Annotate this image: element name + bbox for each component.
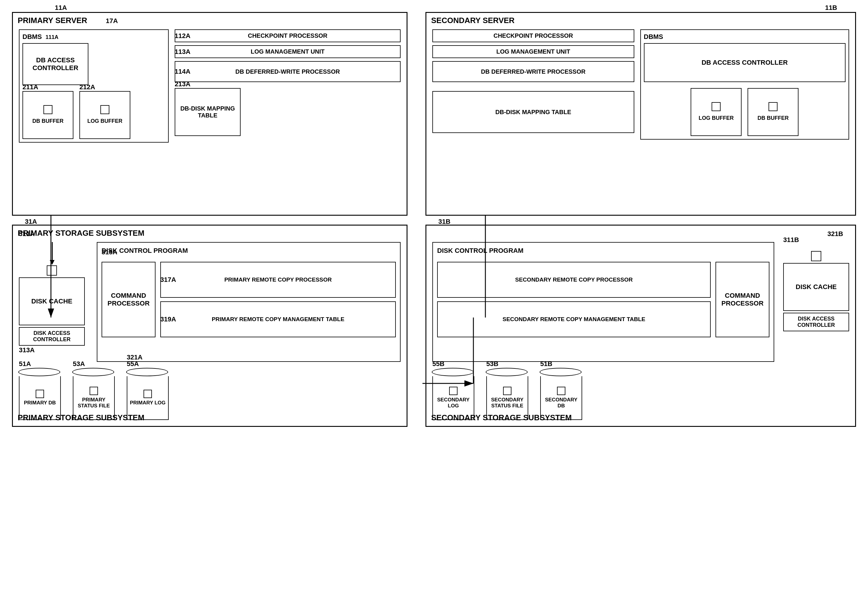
top-section: 11A PRIMARY SERVER 17A DBMS 111A DB ACCE… bbox=[12, 12, 856, 216]
cyl-top-ellipse-db bbox=[18, 368, 60, 376]
primary-storage-title: PRIMARY STORAGE SUBSYSTEM bbox=[18, 228, 145, 238]
log-buffer-secondary: LOG BUFFER bbox=[691, 88, 741, 136]
command-processor-secondary: COMMAND PROCESSOR bbox=[716, 262, 769, 337]
log-management-primary: LOG MANAGEMENT UNIT bbox=[175, 45, 401, 58]
db-buffer-sq-secondary bbox=[769, 102, 778, 111]
db-access-controller-secondary: DB ACCESS CONTROLLER bbox=[644, 43, 846, 82]
secondary-db-ref: 51B bbox=[540, 360, 552, 368]
db-buffer-primary: DB BUFFER bbox=[22, 91, 74, 139]
secondary-server-box: 11B SECONDARY SERVER CHECKPOINT PROCESSO… bbox=[425, 12, 856, 216]
secondary-server-inner: CHECKPOINT PROCESSOR LOG MANAGEMENT UNIT… bbox=[433, 29, 849, 140]
log-buffer-ref: 212A bbox=[80, 83, 95, 91]
primary-server-inner: DBMS 111A DB ACCESS CONTROLLER 211A DB B… bbox=[19, 29, 401, 143]
secondary-status-ref: 53B bbox=[486, 360, 498, 368]
dac-ref-313a: 313A bbox=[19, 346, 35, 354]
cyl-top-sec-db bbox=[540, 368, 582, 376]
remote-copy-area-secondary: 317B SECONDARY REMOTE COPY PROCESSOR 319… bbox=[437, 262, 711, 337]
primary-storage-box: 31A PRIMARY STORAGE SUBSYSTEM 311A DISK … bbox=[12, 225, 407, 427]
dbms-label: DBMS 111A bbox=[22, 33, 165, 41]
cyl-sq-sec-db bbox=[557, 387, 565, 395]
disk-control-program-secondary: DISK CONTROL PROGRAM 317B SECONDARY REMO… bbox=[433, 242, 774, 362]
cylinder-secondary-db: 51B SECONDARY DB bbox=[540, 368, 582, 420]
log-buffer-primary: LOG BUFFER bbox=[80, 91, 130, 139]
bottom-section: 31A PRIMARY STORAGE SUBSYSTEM 311A DISK … bbox=[12, 225, 856, 427]
checkpoint-ref: 112A bbox=[175, 32, 190, 40]
arrow-down-cache bbox=[52, 242, 53, 260]
prc-ref: 317A bbox=[160, 276, 176, 284]
cyl-inner-sq-status bbox=[90, 387, 98, 395]
checkpoint-processor-secondary: CHECKPOINT PROCESSOR bbox=[433, 29, 634, 42]
primary-server-title: PRIMARY SERVER bbox=[18, 16, 87, 25]
dcp-ref-315a: 315A bbox=[102, 248, 117, 256]
sec-cache-small-sq bbox=[811, 251, 821, 261]
primary-log-ref: 55A bbox=[127, 360, 139, 368]
log-buffer-sq-secondary bbox=[712, 102, 720, 111]
disk-control-program-primary: DISK CONTROL PROGRAM 315A COMMAND PROCES… bbox=[97, 242, 401, 362]
secondary-remote-copy-processor: SECONDARY REMOTE COPY PROCESSOR bbox=[437, 262, 711, 298]
db-buffer-ref: 211A bbox=[22, 83, 38, 91]
primary-server-ref: 11A bbox=[55, 4, 67, 12]
stacked-boxes-secondary: CHECKPOINT PROCESSOR LOG MANAGEMENT UNIT… bbox=[433, 29, 634, 82]
cyl-top-sec-log bbox=[432, 368, 474, 376]
primary-cache-area: 311A DISK CACHE DISK ACCESS CONTROLLER 3… bbox=[19, 242, 85, 354]
primary-remote-copy-processor: PRIMARY REMOTE COPY PROCESSOR bbox=[160, 262, 396, 298]
sec-copy-ref: 321B bbox=[827, 230, 843, 238]
db-disk-mapping-primary: DB-DISK MAPPING TABLE bbox=[175, 88, 241, 136]
primary-storage-ref: 31A bbox=[25, 218, 37, 225]
cylinder-secondary-status: 53B SECONDARY STATUS FILE bbox=[486, 368, 528, 420]
secondary-cache-area: 321B 311B DISK CACHE DISK ACCESS CONTROL… bbox=[783, 242, 849, 362]
dcp-inner-secondary: 317B SECONDARY REMOTE COPY PROCESSOR 319… bbox=[437, 262, 769, 337]
cylinders-row-primary: 51A PRIMARY DB 53A bbox=[19, 368, 401, 420]
secondary-server-title: SECONDARY SERVER bbox=[431, 16, 514, 25]
dbms-block: DBMS 111A DB ACCESS CONTROLLER 211A DB B… bbox=[19, 29, 169, 143]
db-disk-map-ref: 213A bbox=[175, 80, 190, 88]
dbms-ref-17a: 17A bbox=[106, 17, 118, 25]
dcp-inner-primary: COMMAND PROCESSOR PRIMARY REMOTE COPY PR… bbox=[102, 262, 396, 337]
dbms-inner-ref: 111A bbox=[46, 34, 58, 40]
log-buffer-small-sq bbox=[100, 105, 109, 114]
cylinder-primary-log: 321A 55A PRIMARY LOG bbox=[127, 368, 169, 420]
primary-db-ref: 51A bbox=[19, 360, 31, 368]
buffer-row-secondary: LOG BUFFER DB BUFFER bbox=[644, 88, 846, 136]
cyl-top-ellipse-log bbox=[126, 368, 168, 376]
disk-cache-small-sq bbox=[47, 265, 57, 276]
diagram-container: 11A PRIMARY SERVER 17A DBMS 111A DB ACCE… bbox=[0, 0, 868, 591]
stacked-boxes-primary: CHECKPOINT PROCESSOR 112A LOG MANAGEMENT… bbox=[175, 29, 401, 82]
remote-copy-area-primary: PRIMARY REMOTE COPY PROCESSOR 317A PRIMA… bbox=[160, 262, 396, 337]
primary-storage-inner: 311A DISK CACHE DISK ACCESS CONTROLLER 3… bbox=[19, 242, 401, 362]
db-buffer-secondary: DB BUFFER bbox=[748, 88, 799, 136]
secondary-server-left: CHECKPOINT PROCESSOR LOG MANAGEMENT UNIT… bbox=[433, 29, 634, 140]
db-deferred-ref: 114A bbox=[175, 68, 190, 75]
db-access-controller-primary: DB ACCESS CONTROLLER bbox=[22, 43, 89, 85]
secondary-storage-inner: DISK CONTROL PROGRAM 317B SECONDARY REMO… bbox=[433, 242, 849, 362]
dbms-label-secondary: DBMS bbox=[644, 33, 846, 41]
cylinder-secondary-log: 55B SECONDARY LOG bbox=[433, 368, 474, 420]
cyl-inner-sq-db bbox=[35, 390, 44, 398]
secondary-storage-box: 31B DISK CONTROL PROGRAM 317B SECONDARY … bbox=[425, 225, 856, 427]
secondary-log-ref: 55B bbox=[433, 360, 444, 368]
dbms-block-secondary: DBMS DB ACCESS CONTROLLER LOG BUFFER DB … bbox=[640, 29, 849, 140]
cylinders-row-secondary: 55B SECONDARY LOG 53B bbox=[433, 368, 849, 420]
primary-status-ref: 53A bbox=[73, 360, 85, 368]
cylinder-primary-db: 51A PRIMARY DB bbox=[19, 368, 61, 420]
primary-server-box: 11A PRIMARY SERVER 17A DBMS 111A DB ACCE… bbox=[12, 12, 407, 216]
cyl-sq-sec-log bbox=[449, 387, 458, 395]
disk-access-controller-primary: DISK ACCESS CONTROLLER bbox=[19, 327, 85, 346]
primary-server-right: CHECKPOINT PROCESSOR 112A LOG MANAGEMENT… bbox=[175, 29, 401, 143]
prcm-ref: 319A bbox=[160, 315, 176, 323]
primary-storage-bottom-label: PRIMARY STORAGE SUBSYSTEM bbox=[18, 413, 145, 422]
secondary-storage-bottom-label: SECONDARY STORAGE SUBSYSTEM bbox=[431, 413, 572, 422]
cyl-top-ellipse-status bbox=[72, 368, 114, 376]
checkpoint-processor-primary: CHECKPOINT PROCESSOR bbox=[175, 29, 401, 42]
disk-cache-primary: DISK CACHE bbox=[19, 277, 85, 325]
cyl-top-sec-status bbox=[486, 368, 528, 376]
arrow-head-down bbox=[50, 260, 55, 265]
db-buffer-small-sq bbox=[43, 105, 52, 114]
disk-cache-ref-311b: 311B bbox=[783, 236, 799, 244]
command-processor-primary: COMMAND PROCESSOR bbox=[102, 262, 155, 337]
db-disk-mapping-secondary: DB-DISK MAPPING TABLE bbox=[433, 91, 634, 133]
log-management-secondary: LOG MANAGEMENT UNIT bbox=[433, 45, 634, 58]
disk-access-controller-secondary: DISK ACCESS CONTROLLER bbox=[783, 313, 849, 331]
db-deferred-write-secondary: DB DEFERRED-WRITE PROCESSOR bbox=[433, 61, 634, 82]
secondary-storage-ref: 31B bbox=[438, 218, 450, 225]
